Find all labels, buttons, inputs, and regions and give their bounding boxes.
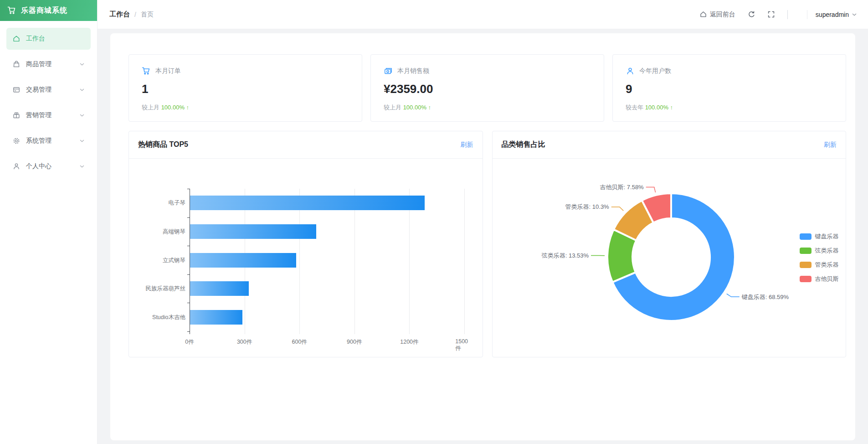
arrow-up-icon: ↑ [670,104,673,111]
legend-color-chip [800,276,812,282]
bar-category-label: Studio木吉他 [129,314,185,321]
stat-value: ¥2359.00 [384,82,591,96]
main-content: 本月订单 1 较上月 100.00% ↑ 本月销售额 ¥2359.00 [98,29,868,444]
gridline [409,189,410,334]
legend-color-chip [800,248,812,254]
bag-icon [12,60,21,68]
arrow-up-icon: ↑ [186,104,190,111]
gridline [464,189,465,334]
chevron-down-icon [79,164,85,169]
stat-label: 今年用户数 [639,67,671,75]
y-axis-tick [187,217,190,218]
legend-item[interactable]: 管类乐器 [800,260,839,270]
bar [190,253,296,268]
y-axis-tick [187,274,190,275]
bar [190,281,249,296]
y-axis-tick [187,303,190,303]
donut-slice-label: 键盘乐器: 68.59% [741,294,789,300]
user-menu[interactable]: superadmin [816,11,857,18]
refresh-link[interactable]: 刷新 [824,141,837,149]
home-icon [12,35,21,43]
legend-label: 管类乐器 [815,261,839,269]
gridline [354,189,355,334]
donut-slice-label: 管类乐器: 10.3% [565,203,609,210]
sidebar-item-profile[interactable]: 个人中心 [6,155,91,177]
user-icon [626,67,635,76]
cart-icon [7,6,16,15]
legend-color-chip [800,233,812,240]
category-share-title: 品类销售占比 [502,140,545,150]
sidebar-menu: 工作台 商品管理 交易管理 [0,21,97,177]
legend-color-chip [800,262,812,268]
legend-label: 弦类乐器 [815,247,839,255]
stat-card-orders: 本月订单 1 较上月 100.00% ↑ [128,54,362,122]
bar-category-label: 高端钢琴 [129,228,185,236]
cart-icon [142,67,151,76]
dashboard-panel: 本月订单 1 较上月 100.00% ↑ 本月销售额 ¥2359.00 [110,33,855,440]
sidebar-item-system[interactable]: 系统管理 [6,130,91,152]
x-axis-tick-label: 1500件 [455,338,473,352]
divider [807,10,807,19]
category-share-card: 品类销售占比 刷新 键盘乐器: 68.59%弦类乐器: 13.53%管类乐器: … [492,131,847,357]
label-leader-line [611,207,623,211]
x-axis-tick-label: 0件 [185,338,194,346]
chevron-down-icon [79,138,85,144]
legend-item[interactable]: 键盘乐器 [800,232,839,242]
username: superadmin [816,11,849,18]
hot-products-title: 热销商品 TOP5 [138,140,188,150]
charts-row: 热销商品 TOP5 刷新 0件300件600件900件1200件1500件电子琴… [128,131,846,357]
fullscreen-icon[interactable] [767,10,776,19]
sidebar-item-workbench[interactable]: 工作台 [6,28,91,50]
legend-item[interactable]: 吉他贝斯 [800,274,839,284]
back-to-frontend-label: 返回前台 [710,10,735,19]
stat-trend: 较上月 100.00% ↑ [384,103,591,112]
sidebar-item-trade[interactable]: 交易管理 [6,79,91,101]
card-icon [12,86,21,94]
legend-item[interactable]: 弦类乐器 [800,246,839,256]
donut-slice-label: 吉他贝斯: 7.58% [600,184,644,191]
x-axis-tick-label: 900件 [347,338,362,346]
gift-icon [12,111,21,119]
home-icon [699,10,707,18]
stat-card-sales: 本月销售额 ¥2359.00 较上月 100.00% ↑ [370,54,604,122]
hot-products-bar-chart: 0件300件600件900件1200件1500件电子琴高端钢琴立式钢琴民族乐器葫… [129,159,483,357]
stat-label: 本月销售额 [397,67,429,75]
chevron-down-icon [852,12,857,17]
sidebar: 乐器商城系统 工作台 商品管理 [0,0,98,444]
legend-label: 键盘乐器 [815,232,839,241]
label-leader-line [646,187,655,193]
stat-value: 1 [142,82,349,96]
refresh-link[interactable]: 刷新 [461,141,473,149]
stat-label: 本月订单 [155,67,181,75]
stat-card-users: 今年用户数 9 较去年 100.00% ↑ [612,54,846,122]
breadcrumb-page[interactable]: 首页 [141,10,154,19]
sidebar-item-label: 个人中心 [26,162,74,170]
gridline [299,189,300,334]
app-logo: 乐器商城系统 [0,0,97,21]
chevron-down-icon [79,113,85,118]
bar-category-label: 民族乐器葫芦丝 [129,285,185,293]
gear-icon [12,137,21,145]
user-icon [12,162,21,170]
category-share-donut-chart: 键盘乐器: 68.59%弦类乐器: 13.53%管类乐器: 10.3%吉他贝斯:… [493,159,846,357]
sidebar-item-label: 营销管理 [26,111,74,119]
sidebar-item-products[interactable]: 商品管理 [6,53,91,75]
bar [190,224,316,239]
stat-trend: 较去年 100.00% ↑ [626,103,833,112]
chart-legend: 键盘乐器弦类乐器管类乐器吉他贝斯 [800,232,839,288]
stat-value: 9 [626,82,833,96]
chevron-down-icon [79,87,85,93]
legend-label: 吉他贝斯 [815,275,839,283]
back-to-frontend-button[interactable]: 返回前台 [699,10,735,19]
hot-products-card: 热销商品 TOP5 刷新 0件300件600件900件1200件1500件电子琴… [128,131,483,357]
sidebar-item-marketing[interactable]: 营销管理 [6,104,91,126]
divider [787,10,788,19]
x-axis-tick-label: 300件 [237,338,252,346]
topbar: 工作台 / 首页 返回前台 superad [98,0,868,29]
app-title: 乐器商城系统 [21,6,67,15]
y-axis-tick [187,246,190,246]
sidebar-item-label: 商品管理 [26,60,74,68]
refresh-icon[interactable] [747,10,755,19]
x-axis-tick-label: 600件 [292,338,307,346]
money-icon [384,67,393,76]
